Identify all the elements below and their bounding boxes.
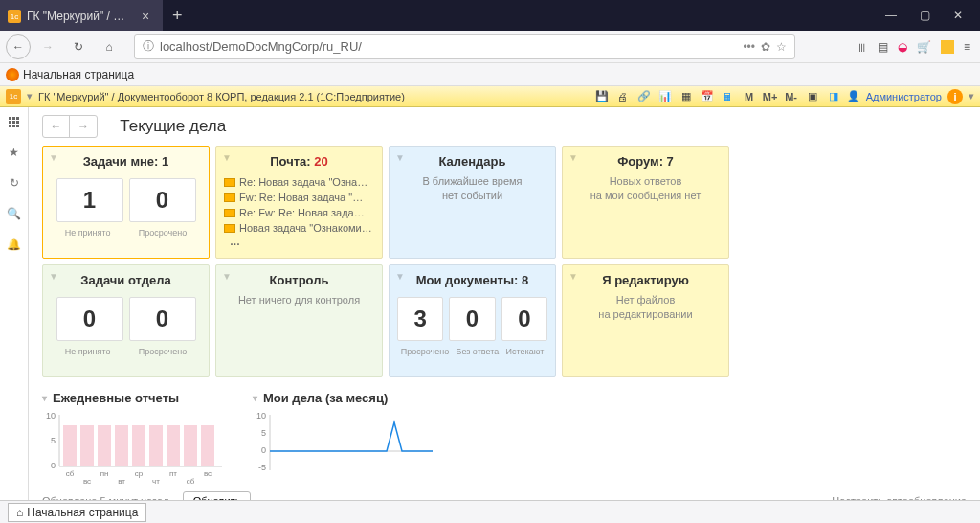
svg-text:сб: сб xyxy=(187,477,195,486)
calendar-icon[interactable]: 📅 xyxy=(700,89,715,104)
mail-icon xyxy=(224,209,235,217)
svg-rect-5 xyxy=(63,425,77,466)
card-title: Форум: xyxy=(617,154,663,169)
user-icon: 👤 xyxy=(847,90,860,102)
main-content: ← → Текущие дела ▼ Задачи мне: 1 1 0 Не … xyxy=(29,107,980,500)
svg-rect-7 xyxy=(98,425,111,466)
save-icon[interactable]: 💾 xyxy=(594,89,610,104)
card-title: Я редактирую xyxy=(570,273,721,287)
mail-list: Re: Новая задача "Озна… Fw: Re: Новая за… xyxy=(224,174,374,247)
stat-label: Без ответа xyxy=(456,347,499,356)
card-my-docs[interactable]: ▼ Мои документы: 8 3 0 0 ПросроченоБез о… xyxy=(389,264,556,377)
card-sub: на мои сообщения нет xyxy=(590,190,701,201)
chart-title: Мои дела (за месяц) xyxy=(253,391,434,405)
card-control[interactable]: ▼ Контроль Нет ничего для контроля xyxy=(215,264,383,377)
reload-button[interactable]: ↻ xyxy=(65,34,92,60)
tab-close-icon[interactable]: × xyxy=(142,9,149,24)
stat-box-not-accepted: 1 xyxy=(56,178,123,222)
mail-more[interactable]: … xyxy=(224,236,374,247)
rail-menu-icon[interactable] xyxy=(6,113,23,130)
new-tab-button[interactable]: + xyxy=(163,6,192,26)
sidebar-icon[interactable]: ▤ xyxy=(878,40,888,54)
cart-icon[interactable]: 🛒 xyxy=(917,40,931,54)
menu-icon[interactable]: ≡ xyxy=(964,40,970,54)
bar-chart: 10 5 0 сбвспн втсрчт птс xyxy=(42,409,224,486)
svg-text:-5: -5 xyxy=(258,463,266,472)
card-mail[interactable]: ▼ Почта: 20 Re: Новая задача "Озна… Fw: … xyxy=(215,146,383,259)
card-editing[interactable]: ▼ Я редактирую Нет файловна редактирован… xyxy=(562,264,729,377)
user-name[interactable]: Администратор xyxy=(866,91,942,102)
browser-toolbar: ← → ↻ ⌂ ⓘ localhost/DemoDocMngCorp/ru_RU… xyxy=(0,31,980,63)
card-title: Мои документы: xyxy=(416,273,519,287)
card-calendar[interactable]: ▼ Календарь В ближайшее времянет событий xyxy=(389,146,556,259)
reader-icon[interactable]: ✿ xyxy=(761,40,770,54)
print-icon[interactable]: 🖨 xyxy=(615,89,631,104)
svg-rect-12 xyxy=(184,425,197,466)
url-more-icon[interactable]: ••• xyxy=(743,40,755,54)
svg-rect-11 xyxy=(167,425,180,466)
calc-icon[interactable]: 🖩 xyxy=(721,89,736,104)
pocket-icon[interactable]: ◒ xyxy=(898,40,907,54)
minimize-icon[interactable]: — xyxy=(885,9,897,22)
mail-item[interactable]: Re: Новая задача "Озна… xyxy=(224,174,374,190)
chevron-down-icon: ▼ xyxy=(568,271,578,282)
bookmark-star-icon[interactable]: ☆ xyxy=(776,40,787,54)
home-button[interactable]: ⌂ xyxy=(96,34,122,60)
maximize-icon[interactable]: ▢ xyxy=(920,9,930,22)
library-icon[interactable]: ⫼ xyxy=(857,40,868,54)
svg-text:10: 10 xyxy=(46,411,56,421)
svg-text:0: 0 xyxy=(51,461,56,470)
app-title: ГК "Меркурий" / Документооборот 8 КОРП, … xyxy=(38,91,589,102)
rail-history-icon[interactable]: ↻ xyxy=(6,174,23,192)
line-chart: 10 5 0 -5 xyxy=(253,409,434,486)
rail-search-icon[interactable]: 🔍 xyxy=(6,205,23,222)
card-title: Задачи отдела xyxy=(51,273,201,287)
close-icon[interactable]: ✕ xyxy=(953,9,963,22)
mail-item[interactable]: Fw: Re: Новая задача "… xyxy=(224,190,374,205)
back-button[interactable]: ← xyxy=(6,34,31,59)
mem-mminus[interactable]: M- xyxy=(784,89,799,104)
info-icon[interactable]: ⓘ xyxy=(143,38,154,55)
nav-back-icon[interactable]: ▾ xyxy=(27,90,33,102)
panel-icon[interactable]: ◨ xyxy=(826,89,841,104)
bookmark-flag-icon[interactable] xyxy=(941,40,954,54)
tab-favicon: 1c xyxy=(8,10,21,23)
status-tab-home[interactable]: ⌂ Начальная страница xyxy=(8,503,146,522)
card-forum[interactable]: ▼ Форум: 7 Новых ответовна мои сообщения… xyxy=(562,146,729,259)
page-back-button[interactable]: ← xyxy=(43,116,70,137)
card-count: 7 xyxy=(667,154,674,169)
mail-item[interactable]: Новая задача "Ознакоми… xyxy=(224,220,374,236)
mem-m[interactable]: M xyxy=(742,89,757,104)
card-title: Контроль xyxy=(224,273,374,287)
rail-star-icon[interactable]: ★ xyxy=(6,144,23,161)
mail-icon xyxy=(224,193,235,202)
chevron-down-icon: ▼ xyxy=(49,271,58,282)
svg-text:ср: ср xyxy=(135,469,144,478)
bookmark-home[interactable]: Начальная страница xyxy=(23,68,134,81)
refresh-button[interactable]: Обновить xyxy=(183,491,252,500)
mail-item[interactable]: Re: Fw: Re: Новая зада… xyxy=(224,205,374,220)
svg-text:5: 5 xyxy=(261,428,266,438)
card-tasks-me[interactable]: ▼ Задачи мне: 1 1 0 Не принятоПросрочено xyxy=(42,146,210,259)
window-icon[interactable]: ▣ xyxy=(805,89,820,104)
browser-tab[interactable]: 1c ГК "Меркурий" / Документоо… × xyxy=(0,0,163,31)
chevron-down-icon: ▼ xyxy=(49,152,58,163)
link-icon[interactable]: 🔗 xyxy=(636,89,652,104)
chart-icon[interactable]: 📊 xyxy=(657,89,673,104)
url-bar[interactable]: ⓘ localhost/DemoDocMngCorp/ru_RU/ ••• ✿ … xyxy=(134,34,795,59)
stat-box: 0 xyxy=(449,297,495,341)
info-button[interactable]: i xyxy=(947,89,963,104)
card-title: Задачи мне: xyxy=(83,154,159,169)
chevron-down-icon: ▼ xyxy=(222,271,232,282)
card-tasks-dept[interactable]: ▼ Задачи отдела 0 0 Не принятоПросрочено xyxy=(42,264,210,377)
grid-icon[interactable]: ▦ xyxy=(679,89,694,104)
rail-bell-icon[interactable]: 🔔 xyxy=(6,236,23,253)
svg-text:чт: чт xyxy=(152,477,160,486)
forward-button[interactable]: → xyxy=(34,34,61,60)
svg-text:пн: пн xyxy=(100,469,109,478)
mem-mplus[interactable]: M+ xyxy=(763,89,778,104)
mail-icon xyxy=(224,178,235,187)
svg-text:5: 5 xyxy=(51,436,56,445)
page-forward-button[interactable]: → xyxy=(70,116,97,137)
dropdown-icon[interactable]: ▾ xyxy=(969,90,974,102)
